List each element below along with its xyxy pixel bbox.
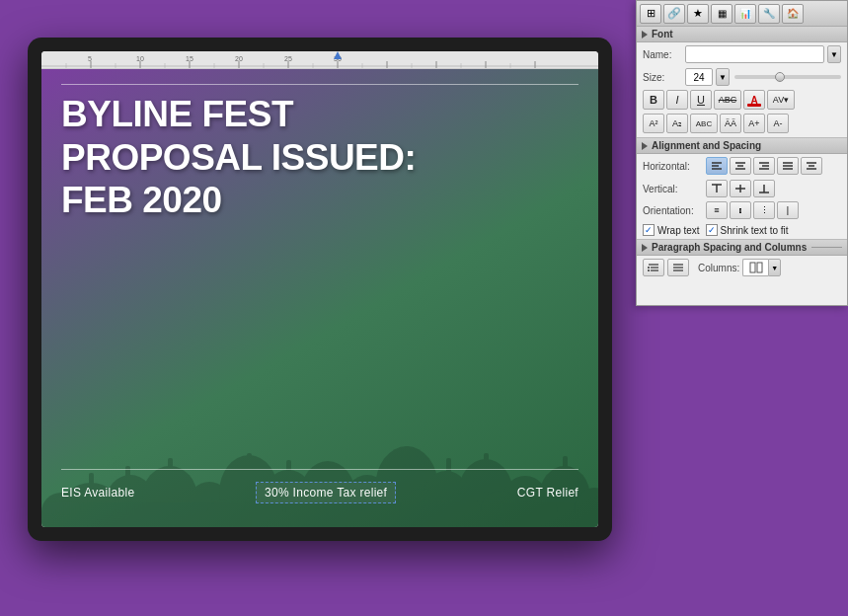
font-name-dropdown[interactable]: ▼: [827, 45, 841, 63]
orient-1-btn[interactable]: ≡: [706, 201, 728, 219]
title-line-1: BYLINE FEST: [61, 93, 578, 136]
valign-top-btn[interactable]: [706, 180, 728, 197]
font-size-dropdown[interactable]: ▼: [716, 68, 730, 86]
tb-icon-3[interactable]: ★: [687, 4, 709, 24]
columns-row: Columns: ▼: [637, 256, 847, 279]
valign-middle-btn[interactable]: [730, 180, 751, 197]
spacing-section-header: Paragraph Spacing and Columns: [637, 239, 847, 256]
svg-text:5: 5: [88, 55, 92, 62]
orientation-label: Orientation:: [643, 205, 704, 216]
svg-rect-93: [750, 263, 755, 272]
strikethrough-button[interactable]: ABC: [714, 90, 741, 110]
font-size-input[interactable]: [685, 68, 713, 86]
svg-text:15: 15: [186, 55, 193, 62]
columns-select-wrap: ▼: [742, 259, 781, 276]
alignment-section-header: Alignment and Spacing: [637, 137, 847, 154]
wrap-text-checkbox-label[interactable]: ✓ Wrap text: [643, 224, 700, 236]
shrink-text-checkbox-label[interactable]: ✓ Shrink text to fit: [706, 224, 789, 236]
name-label: Name:: [643, 49, 682, 60]
slider-thumb: [775, 72, 785, 82]
wrap-text-checkbox[interactable]: ✓: [643, 224, 655, 236]
orient-3-btn[interactable]: ⋮: [753, 201, 775, 219]
slide-title: BYLINE FEST PROPOSAL ISSUED: FEB 2020: [61, 93, 578, 222]
align-left-btn[interactable]: [706, 157, 728, 175]
orientation-row: Orientation: ≡ ⫾ ⋮ |: [637, 199, 847, 221]
svg-text:25: 25: [284, 55, 292, 62]
slide-canvas[interactable]: BYLINE FEST PROPOSAL ISSUED: FEB 2020 EI…: [41, 69, 598, 527]
valign-bottom-btn[interactable]: [753, 180, 775, 197]
columns-value-box: [742, 259, 768, 276]
tb-icon-5[interactable]: 📊: [734, 4, 756, 24]
bottom-eis: EIS Available: [61, 486, 134, 500]
slide-top-divider: [61, 84, 578, 85]
font-color-2-button[interactable]: AV▾: [767, 90, 795, 110]
title-line-2: PROPOSAL ISSUED:: [61, 136, 578, 180]
font-name-input[interactable]: [685, 45, 824, 63]
slide-content-area: BYLINE FEST PROPOSAL ISSUED: FEB 2020 EI…: [61, 84, 578, 517]
slide-bottom-divider: [61, 469, 578, 470]
caps-button[interactable]: ÄÄ: [720, 114, 741, 133]
svg-point-89: [648, 270, 650, 271]
font-size-increase[interactable]: A+: [743, 114, 765, 133]
italic-button[interactable]: I: [666, 90, 688, 110]
ruler-bar: 5 10 15 20 25 30: [41, 51, 598, 69]
vertical-align-row: Vertical:: [637, 178, 847, 199]
list-indent-btn[interactable]: [643, 259, 664, 276]
bottom-tax[interactable]: 30% Income Tax relief: [256, 482, 396, 503]
font-name-row: Name: ▼: [637, 42, 847, 66]
checkbox-row: ✓ Wrap text ✓ Shrink text to fit: [637, 221, 847, 239]
toolbar-icon-row: ⊞ 🔗 ★ ▦ 📊 🔧 🏠: [637, 1, 847, 27]
tb-icon-6[interactable]: 🔧: [758, 4, 780, 24]
laptop-screen: 5 10 15 20 25 30: [41, 51, 598, 527]
laptop-frame: 5 10 15 20 25 30: [28, 38, 612, 541]
horizontal-label: Horizontal:: [643, 161, 704, 172]
align-justify-btn[interactable]: [777, 157, 799, 175]
font-section-label: Font: [652, 29, 673, 39]
list-btn[interactable]: [667, 259, 689, 276]
format-buttons-row: B I U ABC A AV▾: [637, 88, 847, 112]
bold-button[interactable]: B: [643, 90, 664, 110]
align-center-btn[interactable]: [730, 157, 751, 175]
orient-2-btn[interactable]: ⫾: [730, 201, 751, 219]
columns-label: Columns:: [698, 263, 739, 273]
tb-icon-1[interactable]: ⊞: [640, 4, 661, 24]
spacing-section-label: Paragraph Spacing and Columns: [652, 242, 807, 253]
vertical-label: Vertical:: [643, 184, 704, 194]
slide-bottom-bar: EIS Available 30% Income Tax relief CGT …: [61, 482, 578, 503]
font-size-row: Size: ▼: [637, 66, 847, 88]
font-section-header: Font: [637, 27, 847, 42]
align-distribute-btn[interactable]: [801, 157, 822, 175]
horizontal-align-row: Horizontal:: [637, 154, 847, 178]
font-size-decrease[interactable]: A-: [767, 114, 789, 133]
superscript-button[interactable]: A²: [643, 114, 664, 133]
toolbar-panel: ⊞ 🔗 ★ ▦ 📊 🔧 🏠 Font Name: ▼ Size: ▼ B I U…: [636, 0, 848, 306]
tb-icon-4[interactable]: ▦: [711, 4, 732, 24]
underline-button[interactable]: U: [690, 90, 712, 110]
baseline-button[interactable]: ABC: [690, 114, 718, 133]
columns-dropdown-btn[interactable]: ▼: [768, 259, 781, 276]
title-line-3: FEB 2020: [61, 179, 578, 222]
svg-text:10: 10: [136, 55, 144, 62]
svg-point-88: [648, 267, 650, 269]
tb-icon-7[interactable]: 🏠: [782, 4, 804, 24]
bottom-cgt: CGT Relief: [517, 486, 578, 500]
alignment-section-label: Alignment and Spacing: [652, 140, 761, 151]
size-label: Size:: [643, 72, 682, 83]
orient-4-btn[interactable]: |: [777, 201, 799, 219]
shrink-text-checkbox[interactable]: ✓: [706, 224, 718, 236]
svg-text:20: 20: [235, 55, 243, 62]
font-size-slider[interactable]: [734, 75, 841, 79]
subscript-button[interactable]: A₂: [666, 114, 688, 133]
align-right-btn[interactable]: [753, 157, 775, 175]
font-color-button[interactable]: A: [743, 90, 765, 110]
tb-icon-2[interactable]: 🔗: [663, 4, 685, 24]
svg-rect-94: [757, 263, 762, 272]
format-small-row: A² A₂ ABC ÄÄ A+ A-: [637, 112, 847, 135]
